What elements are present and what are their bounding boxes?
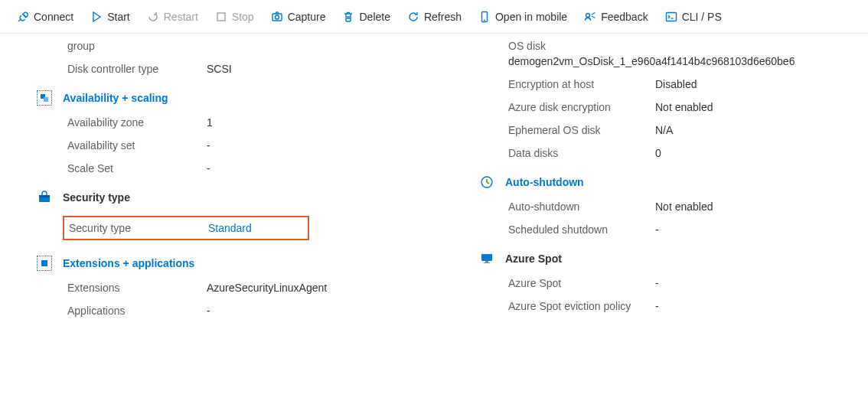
os-disk-value-text: demogen2vm_OsDisk_1_e960a4f1414b4c968103…: [508, 55, 837, 67]
azure-disk-enc-label: Azure disk encryption: [508, 101, 655, 113]
availability-set-value: -: [207, 139, 432, 152]
extensions-value: AzureSecurityLinuxAgent: [207, 282, 432, 294]
auto-shutdown-title: Auto-shutdown: [505, 176, 584, 188]
data-disks-label: Data disks: [508, 147, 655, 159]
disk-controller-label: Disk controller type: [67, 63, 207, 75]
security-type-value[interactable]: Standard: [208, 222, 308, 234]
auto-shutdown-row: Auto-shutdown Not enabled: [508, 200, 837, 213]
restart-button: Restart: [141, 8, 204, 26]
availability-title: Availability + scaling: [63, 92, 168, 104]
left-column: group Disk controller type SCSI Availabi…: [26, 40, 432, 328]
capture-label: Capture: [288, 11, 326, 23]
scale-set-row: Scale Set -: [67, 162, 432, 174]
group-label: group: [67, 40, 207, 52]
capture-button[interactable]: Capture: [265, 8, 332, 26]
capture-icon: [271, 11, 283, 23]
open-mobile-label: Open in mobile: [495, 11, 567, 23]
start-button[interactable]: Start: [84, 8, 136, 26]
command-bar: Connect Start Restart Stop Capture Delet…: [0, 0, 868, 34]
scale-set-value: -: [207, 162, 432, 174]
azure-spot-eviction-value: -: [655, 300, 837, 312]
svg-rect-13: [485, 261, 488, 262]
extensions-row: Extensions AzureSecurityLinuxAgent: [67, 282, 432, 294]
os-disk-label: OS disk: [508, 40, 655, 52]
group-row: group: [67, 40, 432, 52]
availability-icon: [37, 90, 52, 106]
mobile-icon: [478, 11, 491, 23]
scheduled-shutdown-value: -: [655, 223, 837, 236]
availability-zone-row: Availability zone 1: [67, 116, 432, 129]
extensions-icon: [37, 256, 52, 271]
availability-set-label: Availability set: [67, 139, 207, 152]
feedback-icon: [584, 11, 596, 23]
ephemeral-disk-value: N/A: [655, 124, 837, 136]
applications-value: -: [207, 305, 432, 317]
extensions-title: Extensions + applications: [63, 257, 194, 269]
open-mobile-button[interactable]: Open in mobile: [472, 8, 573, 26]
availability-set-row: Availability set -: [67, 139, 432, 152]
azure-disk-enc-value: Not enabled: [655, 101, 837, 113]
connect-label: Connect: [34, 11, 73, 23]
applications-row: Applications -: [67, 305, 432, 317]
start-label: Start: [107, 11, 130, 23]
encryption-host-value: Disabled: [655, 78, 837, 90]
ephemeral-disk-row: Ephemeral OS disk N/A: [508, 124, 837, 136]
svg-rect-9: [39, 195, 50, 197]
data-disks-value: 0: [655, 147, 837, 159]
azure-spot-eviction-label: Azure Spot eviction policy: [508, 300, 655, 312]
extensions-section-header[interactable]: Extensions + applications: [37, 256, 432, 271]
monitor-icon: [479, 251, 494, 266]
svg-point-2: [275, 15, 279, 19]
properties-pane: group Disk controller type SCSI Availabi…: [0, 34, 868, 328]
cli-icon: [665, 11, 677, 23]
svg-rect-7: [44, 97, 48, 102]
data-disks-row: Data disks 0: [508, 147, 837, 159]
azure-spot-section-header: Azure Spot: [479, 251, 837, 266]
cli-ps-button[interactable]: CLI / PS: [659, 8, 728, 26]
availability-section-header[interactable]: Availability + scaling: [37, 90, 432, 106]
security-type-title: Security type: [63, 191, 130, 204]
connect-button[interactable]: Connect: [11, 8, 80, 26]
scheduled-shutdown-row: Scheduled shutdown -: [508, 223, 837, 236]
feedback-button[interactable]: Feedback: [578, 8, 654, 26]
encryption-host-row: Encryption at host Disabled: [508, 78, 837, 90]
security-type-label: Security type: [69, 222, 208, 234]
refresh-button[interactable]: Refresh: [401, 8, 468, 26]
svg-point-4: [586, 13, 590, 17]
applications-label: Applications: [67, 305, 207, 317]
azure-spot-title: Azure Spot: [505, 253, 562, 265]
stop-icon: [215, 11, 227, 23]
azure-spot-value: -: [655, 277, 837, 289]
availability-zone-value: 1: [207, 116, 432, 129]
availability-zone-label: Availability zone: [67, 116, 207, 129]
azure-spot-eviction-row: Azure Spot eviction policy -: [508, 300, 837, 312]
azure-disk-enc-row: Azure disk encryption Not enabled: [508, 101, 837, 113]
scale-set-label: Scale Set: [67, 162, 207, 174]
azure-spot-row: Azure Spot -: [508, 277, 837, 289]
stop-button: Stop: [209, 8, 260, 26]
scheduled-shutdown-label: Scheduled shutdown: [508, 223, 655, 236]
auto-shutdown-section-header[interactable]: Auto-shutdown: [479, 174, 837, 190]
auto-shutdown-label: Auto-shutdown: [508, 200, 655, 213]
right-column: OS disk demogen2vm_OsDisk_1_e960a4f1414b…: [478, 40, 837, 328]
delete-button[interactable]: Delete: [336, 8, 396, 26]
restart-icon: [147, 11, 159, 23]
restart-label: Restart: [164, 11, 198, 23]
stop-label: Stop: [232, 11, 254, 23]
svg-rect-5: [666, 12, 676, 21]
svg-rect-14: [484, 262, 490, 263]
disk-controller-row: Disk controller type SCSI: [67, 63, 432, 75]
os-disk-value-row: demogen2vm_OsDisk_1_e960a4f1414b4c968103…: [508, 55, 837, 67]
svg-rect-0: [217, 13, 225, 21]
os-disk-row: OS disk: [508, 40, 837, 52]
security-type-section-header: Security type: [37, 190, 432, 205]
disk-controller-value: SCSI: [207, 63, 432, 75]
start-icon: [90, 11, 103, 23]
delete-label: Delete: [359, 11, 390, 23]
svg-rect-10: [41, 260, 47, 266]
clock-icon: [479, 174, 494, 190]
connect-icon: [17, 11, 29, 23]
cli-ps-label: CLI / PS: [682, 11, 722, 23]
security-type-row: Security type Standard: [69, 222, 308, 234]
ephemeral-disk-label: Ephemeral OS disk: [508, 124, 655, 136]
